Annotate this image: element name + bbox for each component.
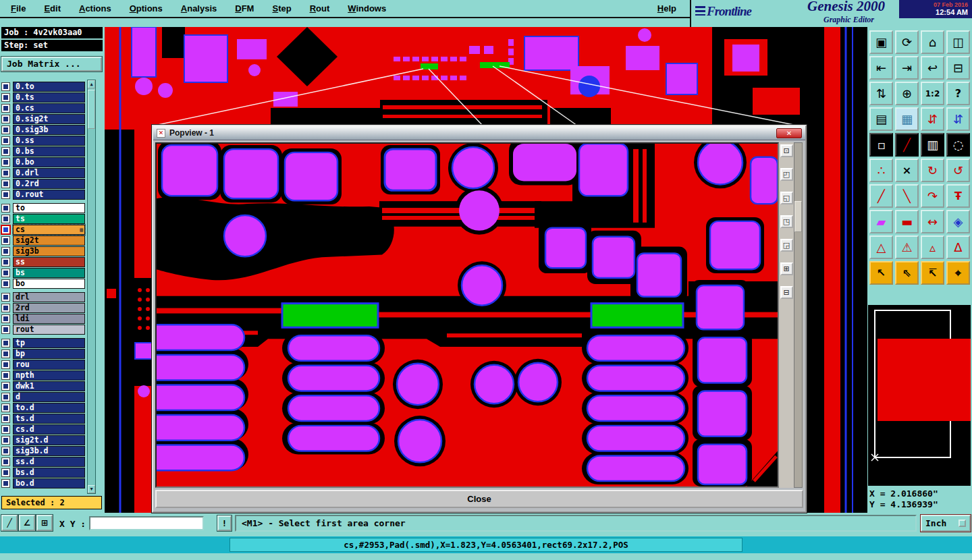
clear-highlight-button[interactable]: × (895, 159, 919, 182)
popview-zoom-window-button[interactable]: ⊡ (780, 144, 793, 157)
draw-line-2-button[interactable]: ╲ (895, 184, 919, 208)
layer-label[interactable]: sig3b (13, 246, 85, 256)
select-reference-button[interactable]: ↸ (921, 261, 944, 285)
menu-help[interactable]: Help (657, 3, 676, 13)
draw-arc-button[interactable]: ↷ (921, 184, 944, 208)
popview-close-button[interactable]: Close (155, 490, 803, 508)
layer-scrollbar[interactable]: ▲ ▼ (87, 80, 96, 494)
layer-label[interactable]: bo.d (13, 478, 85, 488)
layer-label[interactable]: cs.d (13, 424, 85, 435)
layer-checkbox[interactable] (1, 447, 10, 455)
layer-label[interactable]: bp (13, 349, 85, 359)
layer-label[interactable]: rout (13, 325, 85, 335)
zoom-in-out-button[interactable]: ⇅ (869, 82, 893, 105)
layer-checkbox[interactable] (1, 457, 10, 466)
view-home-button[interactable]: ⌂ (921, 30, 944, 54)
layer-checkbox[interactable] (1, 247, 10, 256)
units-dropdown-icon[interactable] (959, 520, 966, 527)
scroll-thumb[interactable] (88, 90, 95, 129)
popview-scrollbar[interactable] (794, 142, 803, 488)
pan-right-button[interactable]: ⇥ (895, 56, 919, 80)
view-tile-button[interactable]: ◫ (946, 30, 970, 54)
layer-label[interactable]: 0.cs (13, 103, 85, 113)
menu-dfm[interactable]: DFM (235, 3, 254, 13)
popview-pan-up-right-button[interactable]: ◳ (780, 215, 793, 228)
layer-checkbox[interactable] (1, 236, 10, 245)
layer-checkbox[interactable] (1, 403, 10, 412)
menu-options[interactable]: Options (130, 3, 163, 13)
layer-label[interactable]: npth (13, 370, 85, 381)
layer-checkbox[interactable] (1, 125, 10, 134)
layer-label[interactable]: bo (13, 279, 85, 289)
job-matrix-button[interactable]: Job Matrix ... (1, 57, 102, 72)
layer-label[interactable]: 0.to (13, 82, 85, 92)
rotate-ccw-button[interactable]: ↺ (946, 159, 970, 182)
layer-label[interactable]: drl (13, 292, 85, 302)
layer-label[interactable]: ldi (13, 314, 85, 324)
units-button[interactable]: Inch (921, 515, 971, 532)
scroll-track[interactable] (88, 88, 95, 485)
layer-checkbox[interactable] (1, 136, 10, 145)
grid-toggle-button[interactable]: ▦ (895, 107, 919, 131)
layer-checkbox[interactable] (1, 339, 10, 347)
layer-label[interactable]: sig2t.d (13, 435, 85, 445)
select-window-button[interactable]: ⇖ (895, 261, 919, 285)
layer-label[interactable]: bs (13, 268, 85, 278)
layer-label[interactable]: 0.ss (13, 136, 85, 146)
view-refresh-button[interactable]: ⟳ (895, 30, 919, 54)
layer-checkbox[interactable] (1, 360, 10, 369)
layer-label[interactable]: to (13, 203, 85, 213)
layer-checkbox[interactable] (1, 382, 10, 391)
menu-edit[interactable]: Edit (44, 3, 61, 13)
layer-checkbox[interactable] (1, 414, 10, 423)
layer-checkbox[interactable] (1, 468, 10, 477)
layer-checkbox[interactable] (1, 425, 10, 434)
print-screen-button[interactable]: ▤ (869, 107, 893, 131)
layer-checkbox[interactable] (1, 82, 10, 91)
drc-triangle-1-button[interactable]: △ (869, 235, 893, 259)
layer-label[interactable]: 0.drl (13, 168, 85, 178)
zoom-previous-button[interactable]: ↩ (921, 56, 944, 80)
layer-checkbox[interactable] (1, 269, 10, 277)
layer-checkbox[interactable] (1, 258, 10, 267)
layer-label[interactable]: 0.sig2t (13, 114, 85, 124)
menu-rout[interactable]: Rout (310, 3, 330, 13)
menu-windows[interactable]: Windows (348, 3, 386, 13)
shape-tool-button[interactable]: ◈ (946, 210, 970, 233)
layer-checkbox[interactable] (1, 93, 10, 102)
layer-checkbox[interactable] (1, 393, 10, 401)
layer-label[interactable]: 2rd (13, 303, 85, 313)
scroll-down-button[interactable]: ▼ (88, 485, 95, 493)
layer-checkbox[interactable] (1, 115, 10, 123)
popview-pan-down-right-button[interactable]: ◲ (780, 239, 793, 252)
layer-label[interactable]: ts.d (13, 414, 85, 424)
alert-button[interactable]: ! (217, 515, 232, 531)
layer-checkbox[interactable] (1, 436, 10, 445)
layer-checkbox[interactable] (1, 325, 10, 334)
flip-bottom-top-button[interactable]: ⇵ (946, 107, 970, 131)
layer-checkbox[interactable] (1, 204, 10, 213)
layer-label[interactable]: tp (13, 338, 85, 348)
zoom-1-2-button[interactable]: 1:2 (921, 82, 944, 105)
layer-label[interactable]: ts (13, 214, 85, 224)
layer-label[interactable]: 0.rout (13, 190, 85, 200)
menu-step[interactable]: Step (272, 3, 291, 13)
layer-label[interactable]: dwk1 (13, 381, 85, 391)
layer-label[interactable]: rou (13, 360, 85, 370)
layer-label[interactable]: 0.2rd (13, 179, 85, 189)
menu-actions[interactable]: Actions (79, 3, 111, 13)
layer-checkbox[interactable] (1, 104, 10, 113)
select-target-button[interactable]: ⌖ (946, 261, 970, 285)
popview-close-x-button[interactable]: ✕ (776, 128, 802, 138)
layer-checkbox[interactable] (1, 314, 10, 323)
menu-analysis[interactable]: Analysis (181, 3, 217, 13)
slot-tool-button[interactable]: ▬ (895, 210, 919, 233)
xy-input[interactable] (89, 516, 204, 530)
drc-triangle-4-button[interactable]: Δ (946, 235, 970, 259)
layer-checkbox[interactable] (1, 169, 10, 177)
layer-label[interactable]: sig3b.d (13, 446, 85, 456)
grid-tool-button[interactable]: ⊞ (36, 515, 53, 531)
popview-zoom-in-button[interactable]: ⊞ (780, 262, 793, 275)
layer-label[interactable]: 0.ts (13, 92, 85, 103)
popview-zoom-out-button[interactable]: ⊟ (780, 286, 793, 299)
